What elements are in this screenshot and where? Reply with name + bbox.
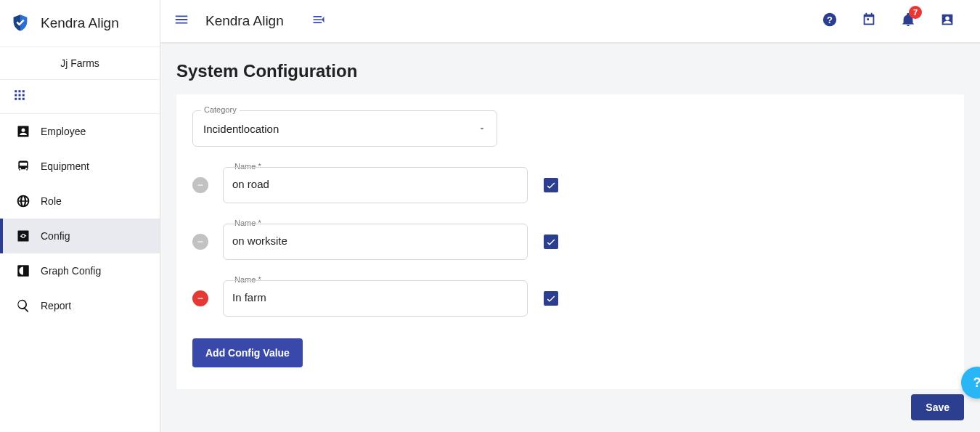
- calendar-icon: [861, 12, 877, 28]
- topbar: Kendra Align ? 7: [160, 0, 980, 44]
- check-icon: [545, 236, 557, 248]
- name-input[interactable]: [232, 178, 518, 190]
- check-icon: [545, 293, 557, 304]
- check-icon: [545, 179, 557, 191]
- main: Kendra Align ? 7 System Configuration: [160, 0, 980, 432]
- sidebar-item-graph-config[interactable]: Graph Config: [0, 253, 160, 288]
- contrast-box-icon: [16, 264, 30, 278]
- sidebar-item-report[interactable]: Report: [0, 288, 160, 323]
- svg-rect-3: [15, 94, 17, 97]
- minus-icon: [195, 180, 205, 190]
- name-field-wrap: Name *: [223, 167, 528, 203]
- svg-text:?: ?: [827, 15, 833, 25]
- svg-rect-6: [15, 98, 17, 100]
- svg-rect-8: [23, 98, 25, 100]
- account-icon: [939, 12, 955, 28]
- notification-badge: 7: [909, 6, 922, 19]
- minus-icon: [195, 293, 205, 303]
- sidebar-item-label: Config: [41, 230, 70, 242]
- search-icon: [16, 298, 30, 313]
- sidebar-item-label: Employee: [41, 126, 86, 137]
- page-title: System Configuration: [160, 44, 980, 94]
- config-row: Name *: [192, 280, 948, 317]
- name-input[interactable]: [232, 291, 518, 303]
- tenant-selector[interactable]: Jj Farms: [0, 47, 160, 80]
- sidebar: Kendra Align Jj Farms Employee Equipment…: [0, 0, 160, 432]
- row-active-checkbox[interactable]: [544, 291, 558, 306]
- hamburger-icon: [173, 12, 189, 28]
- name-field-wrap: Name *: [223, 280, 528, 317]
- category-value: Incidentlocation: [203, 123, 279, 135]
- account-box-icon: [16, 124, 30, 139]
- category-select[interactable]: Incidentlocation: [192, 110, 497, 147]
- category-field: Category Incidentlocation: [192, 110, 497, 147]
- menu-toggle-button[interactable]: [173, 12, 189, 30]
- help-button[interactable]: ?: [822, 12, 838, 30]
- remove-row-button[interactable]: [192, 290, 208, 306]
- bus-icon: [16, 159, 30, 174]
- sidebar-item-label: Graph Config: [41, 265, 101, 277]
- remove-row-button: [192, 234, 208, 250]
- sidebar-item-config[interactable]: Config: [0, 219, 160, 253]
- account-button[interactable]: [939, 12, 955, 30]
- svg-rect-2: [23, 90, 25, 92]
- config-row: Name *: [192, 167, 948, 203]
- shield-logo-icon: [10, 13, 30, 33]
- svg-rect-0: [15, 90, 17, 92]
- config-row: Name *: [192, 224, 948, 260]
- row-active-checkbox[interactable]: [544, 235, 558, 249]
- header-title: Kendra Align: [205, 13, 284, 29]
- sidebar-nav: Employee Equipment Role Config Graph Con…: [0, 114, 160, 323]
- sidebar-collapse-button[interactable]: [311, 12, 326, 30]
- add-config-value-button[interactable]: Add Config Value: [192, 338, 303, 367]
- collapse-icon: [311, 12, 326, 27]
- svg-rect-4: [19, 94, 21, 97]
- sidebar-item-equipment[interactable]: Equipment: [0, 149, 160, 184]
- help-circle-icon: ?: [822, 12, 838, 28]
- apps-grid-icon: [13, 89, 26, 102]
- remove-row-button: [192, 177, 208, 193]
- content: System Configuration Category Incidentlo…: [160, 44, 980, 432]
- sidebar-item-employee[interactable]: Employee: [0, 114, 160, 149]
- name-input[interactable]: [232, 235, 518, 247]
- gear-box-icon: [16, 229, 30, 243]
- config-card: Category Incidentlocation Name *: [176, 94, 964, 389]
- svg-rect-7: [19, 98, 21, 100]
- svg-rect-1: [19, 90, 21, 92]
- notifications-button[interactable]: 7: [900, 12, 916, 30]
- save-button[interactable]: Save: [911, 394, 964, 420]
- name-field-wrap: Name *: [223, 224, 528, 260]
- chevron-down-icon: [478, 123, 486, 135]
- sidebar-item-label: Role: [41, 195, 62, 207]
- svg-rect-5: [23, 94, 25, 97]
- globe-icon: [16, 194, 30, 208]
- brand: Kendra Align: [0, 0, 160, 47]
- sidebar-item-label: Equipment: [41, 160, 89, 172]
- brand-name: Kendra Align: [41, 15, 119, 31]
- category-label: Category: [201, 105, 240, 114]
- apps-grid-button[interactable]: [0, 80, 160, 114]
- calendar-button[interactable]: [861, 12, 877, 30]
- row-active-checkbox[interactable]: [544, 178, 558, 192]
- sidebar-item-role[interactable]: Role: [0, 184, 160, 219]
- sidebar-item-label: Report: [41, 300, 71, 311]
- minus-icon: [195, 237, 205, 247]
